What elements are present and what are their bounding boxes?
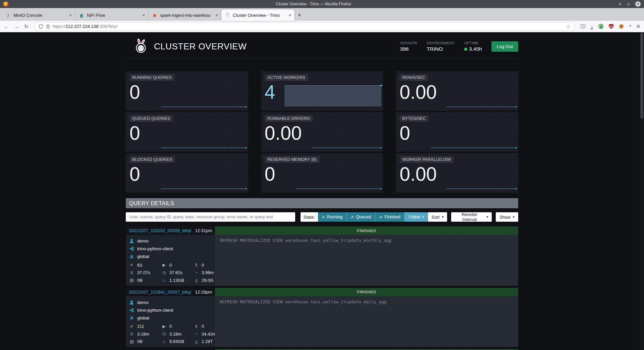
query-search-input[interactable] xyxy=(126,212,295,222)
query-details-header: QUERY DETAILS xyxy=(126,198,518,208)
bookmark-star-icon[interactable]: ☆ xyxy=(567,24,571,29)
check-icon: ✔ xyxy=(322,215,325,219)
sparkline xyxy=(312,147,382,148)
query-text: REFRESH MATERIALIZED VIEW warehouse.taxi… xyxy=(215,235,518,286)
reorder-interval-dropdown[interactable]: Reorder Interval ▾ xyxy=(451,212,492,222)
extension-green-icon[interactable] xyxy=(598,24,603,29)
query-source: trino-python-client xyxy=(137,308,173,313)
check-icon: ✔ xyxy=(379,215,382,219)
stat-value: 0.00 xyxy=(399,83,515,102)
window-title: Cluster Overview - Trino — Mozilla Firef… xyxy=(8,2,619,6)
state-queued-button[interactable]: ✔ Queued xyxy=(346,212,375,222)
sort-dropdown[interactable]: Sort ▾ xyxy=(428,212,447,222)
cookie-extension-icon[interactable] xyxy=(619,24,624,29)
user-icon xyxy=(129,238,134,244)
minio-flamingo-icon xyxy=(5,13,11,18)
cpu-time-icon: ◔ xyxy=(194,332,199,336)
trino-logo xyxy=(133,38,149,55)
firefox-logo-icon xyxy=(3,2,8,7)
current-memory-icon: ▤ xyxy=(129,278,135,282)
close-tab-icon[interactable]: × xyxy=(288,13,291,18)
spark-star-icon xyxy=(152,13,157,18)
navigation-toolbar: ← → ↻ https://212.227.224.138:30876/ui/ … xyxy=(0,21,644,32)
stat-tile-rows-per-sec: ROWS/SEC 0.00 xyxy=(396,71,518,111)
user-icon xyxy=(129,300,134,305)
query-resource-group: global xyxy=(137,254,149,259)
sparkline-endpoint xyxy=(516,188,517,189)
sparkline xyxy=(161,147,247,148)
stat-value: 0 xyxy=(399,124,515,143)
new-tab-button[interactable]: + xyxy=(294,10,305,20)
resource-group-icon: A xyxy=(129,315,134,320)
page-scrollbar[interactable] xyxy=(640,32,644,350)
version-meta: VERSION 396 xyxy=(400,41,417,52)
pocket-icon[interactable]: ∨ xyxy=(581,24,585,29)
tab-minio-console[interactable]: MinIO Console × xyxy=(2,10,75,21)
state-finished-button[interactable]: ✔ Finished xyxy=(375,212,404,222)
downloads-icon[interactable]: ↓ xyxy=(591,24,593,29)
url-text: https://212.227.224.138:30876/ui/ xyxy=(53,24,118,29)
lock-icon[interactable] xyxy=(46,24,50,29)
query-source: trino-python-client xyxy=(137,246,173,251)
shield-permissions-icon[interactable] xyxy=(39,24,43,29)
sparkline-endpoint xyxy=(516,147,517,148)
trino-cluster-overview-page: CLUSTER OVERVIEW VERSION 396 ENVIRONMENT… xyxy=(0,32,644,350)
query-time: 12:31pm xyxy=(195,228,212,233)
sparkline-endpoint xyxy=(380,188,382,189)
show-dropdown[interactable]: Show ▾ xyxy=(496,212,518,222)
state-filter-label: State: xyxy=(301,212,318,222)
stat-label: ACTIVE WORKERS xyxy=(265,74,308,81)
sparkline xyxy=(447,106,517,107)
minimize-button[interactable]: ∨ xyxy=(619,2,622,6)
close-tab-icon[interactable]: × xyxy=(69,13,72,18)
hamburger-menu-icon[interactable]: ≡ xyxy=(637,23,640,30)
scrollbar-thumb[interactable] xyxy=(640,33,643,119)
tab-cluster-overview-active[interactable]: Cluster Overview - Trino × xyxy=(221,9,294,21)
resource-group-icon: A xyxy=(129,254,134,259)
asterisk-extension-icon[interactable]: * xyxy=(629,24,631,29)
state-failed-dropdown[interactable]: Failed ▾ xyxy=(404,212,428,222)
cumulative-memory-icon: ⣶ xyxy=(194,278,199,282)
stat-label: ROWS/SEC xyxy=(399,74,428,81)
close-tab-icon[interactable]: × xyxy=(142,13,145,18)
query-id-link[interactable]: 20221027_103152_00028_b8xji xyxy=(129,228,191,233)
close-window-button[interactable]: × xyxy=(635,1,641,7)
tab-spark-notebook[interactable]: spark-ingest-into-warehou × xyxy=(148,10,221,21)
splits-done-icon: ✔ xyxy=(129,263,135,267)
stat-label: RUNNING QUERIES xyxy=(129,74,174,81)
stat-label: BYTES/SEC xyxy=(399,115,428,122)
environment-meta: ENVIRONMENT TRINO xyxy=(427,41,455,52)
cpu-time-icon: ◔ xyxy=(194,271,199,275)
tab-nifi-flow[interactable]: NiFi Flow × xyxy=(75,10,148,21)
query-user: demo xyxy=(137,238,149,244)
close-tab-icon[interactable]: × xyxy=(215,13,218,18)
stat-value: 0 xyxy=(129,83,245,102)
forward-icon[interactable]: → xyxy=(14,24,19,29)
sparkline xyxy=(447,188,517,189)
url-bar[interactable]: https://212.227.224.138:30876/ui/ ☆ xyxy=(35,22,575,31)
stat-tile-reserved-memory: RESERVED MEMORY (B) 0 xyxy=(261,153,383,193)
stat-value: 0.00 xyxy=(399,165,515,184)
reload-icon[interactable]: ↻ xyxy=(24,24,29,29)
elapsed-time-icon: ◷ xyxy=(161,271,167,275)
caret-down-icon: ▾ xyxy=(486,215,488,219)
cluster-stats-grid: RUNNING QUERIES 0 ACTIVE WORKERS 4 ROWS/… xyxy=(126,71,518,193)
query-id-link[interactable]: 20221027_102841_00027_b8xji xyxy=(129,290,191,295)
stat-tile-worker-parallelism: WORKER PARALLELISM 0.00 xyxy=(396,153,518,193)
peak-memory-icon: ♨ xyxy=(161,340,167,344)
maximize-button[interactable]: ◇ xyxy=(627,2,630,6)
query-metrics: ✔211 ▶0 Ⅱ0 ⧖3.18m ◷3.18m ◔34.42m ▤0B ♨9.… xyxy=(129,323,212,346)
query-filter-toolbar: State: ✔ Running ✔ Queued ✔ Finished Fai… xyxy=(126,212,518,222)
source-signin-icon xyxy=(129,246,134,251)
sparkline xyxy=(296,188,382,189)
stat-tile-blocked-queries: BLOCKED QUERIES 0 xyxy=(126,153,248,193)
log-out-button[interactable]: Log Out xyxy=(491,41,518,52)
ublock-origin-icon[interactable]: UO xyxy=(609,24,613,29)
back-icon[interactable]: ← xyxy=(4,24,9,29)
current-memory-icon: ▤ xyxy=(129,340,135,344)
state-filter-group: ✔ Running ✔ Queued ✔ Finished Failed ▾ xyxy=(318,212,428,222)
stat-label: RUNNABLE DRIVERS xyxy=(265,115,313,122)
sparkline-endpoint xyxy=(246,147,247,148)
state-running-button[interactable]: ✔ Running xyxy=(318,212,347,222)
sparkline-endpoint xyxy=(516,106,517,107)
